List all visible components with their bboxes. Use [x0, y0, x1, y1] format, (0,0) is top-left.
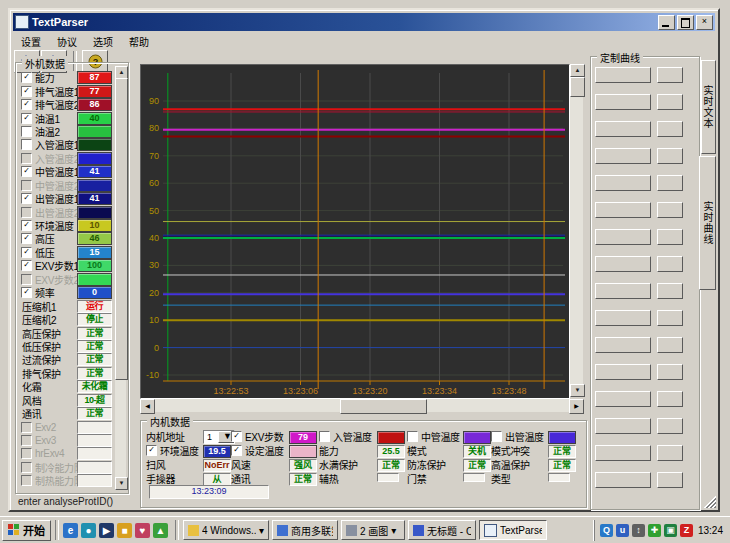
scroll-right-icon[interactable]: ▶: [569, 399, 584, 414]
checkbox-入管温度2[interactable]: [21, 153, 32, 164]
checkbox-低压[interactable]: ✓: [21, 247, 32, 258]
im-tray-icon[interactable]: Q: [600, 524, 613, 537]
checkbox-中管温度2[interactable]: [21, 180, 32, 191]
custom-curve-value-button[interactable]: [657, 229, 683, 245]
menu-protocol[interactable]: 协议: [50, 33, 84, 48]
custom-curve-button[interactable]: [595, 121, 651, 137]
custom-curve-button[interactable]: [595, 202, 651, 218]
restore-button[interactable]: [677, 15, 694, 30]
checkbox-频率[interactable]: ✓: [21, 287, 32, 298]
custom-curve-value-button[interactable]: [657, 337, 683, 353]
custom-curve-button[interactable]: [595, 391, 651, 407]
custom-curve-value-button[interactable]: [657, 310, 683, 326]
checkbox-油温1[interactable]: ✓: [21, 113, 32, 124]
checkbox-环境温度[interactable]: ✓: [146, 445, 157, 456]
scrollbar-thumb[interactable]: [570, 77, 585, 97]
tab-realtime-curve[interactable]: 实时曲线: [699, 156, 716, 290]
menu-help[interactable]: 帮助: [122, 33, 156, 48]
mail-icon[interactable]: ♥: [135, 523, 150, 538]
taskbar-button-4[interactable]: 无标题 - C...: [408, 520, 476, 540]
chevron-down-icon[interactable]: ▾: [259, 525, 264, 536]
checkbox-Exv3[interactable]: [21, 435, 32, 446]
taskbar-button-5[interactable]: TextParser: [479, 520, 547, 540]
custom-curve-button[interactable]: [595, 229, 651, 245]
tab-realtime-text[interactable]: 实时文本: [701, 60, 716, 154]
custom-curve-button[interactable]: [595, 175, 651, 191]
custom-curve-value-button[interactable]: [657, 418, 683, 434]
chart-vertical-scrollbar[interactable]: ▲ ▼: [570, 64, 583, 397]
custom-curve-value-button[interactable]: [657, 445, 683, 461]
close-button[interactable]: ×: [696, 15, 713, 30]
custom-curve-button[interactable]: [595, 418, 651, 434]
custom-curve-button[interactable]: [595, 310, 651, 326]
checkbox-油温2[interactable]: [21, 126, 32, 137]
chevron-down-icon[interactable]: ▾: [391, 525, 396, 536]
custom-curve-button[interactable]: [595, 67, 651, 83]
checkbox-中管温度[interactable]: [407, 431, 418, 442]
scroll-down-icon[interactable]: ▼: [570, 384, 585, 397]
notes-icon[interactable]: ■: [117, 523, 132, 538]
custom-curve-value-button[interactable]: [657, 121, 683, 137]
checkbox-EXV步数[interactable]: ✓: [231, 431, 242, 442]
custom-curve-button[interactable]: [595, 445, 651, 461]
custom-curve-value-button[interactable]: [657, 364, 683, 380]
arrows-tray-icon[interactable]: ↕: [632, 524, 645, 537]
menu-settings[interactable]: 设置: [14, 33, 48, 48]
checkbox-排气温度2[interactable]: ✓: [21, 99, 32, 110]
update-tray-icon[interactable]: u: [616, 524, 629, 537]
monitor-tray-icon[interactable]: ▣: [664, 524, 677, 537]
taskbar-button-3[interactable]: 2 画图▾: [341, 520, 405, 540]
custom-curve-value-button[interactable]: [657, 391, 683, 407]
scroll-up-icon[interactable]: ▲: [570, 64, 585, 77]
checkbox-中管温度1[interactable]: ✓: [21, 166, 32, 177]
custom-curve-button[interactable]: [595, 337, 651, 353]
custom-curve-button[interactable]: [595, 148, 651, 164]
custom-curve-value-button[interactable]: [657, 256, 683, 272]
checkbox-入管温度[interactable]: [319, 431, 330, 442]
ie-icon[interactable]: e: [63, 523, 78, 538]
taskbar-button-2[interactable]: 商用多联第...: [272, 520, 338, 540]
custom-curve-button[interactable]: [595, 94, 651, 110]
custom-curve-value-button[interactable]: [657, 202, 683, 218]
checkbox-入管温度1[interactable]: [21, 139, 32, 150]
checkbox-出管温度1[interactable]: ✓: [21, 193, 32, 204]
checkbox-Exv2[interactable]: [21, 422, 32, 433]
checkbox-设定温度[interactable]: ✓: [231, 445, 242, 456]
scrollbar-thumb[interactable]: [340, 399, 427, 414]
checkbox-EXV步数2[interactable]: [21, 274, 32, 285]
menu-options[interactable]: 选项: [86, 33, 120, 48]
custom-curve-value-button[interactable]: [657, 148, 683, 164]
realtime-chart[interactable]: 9080706050403020100-1013:22:5313:23:0613…: [140, 64, 570, 399]
resize-grip[interactable]: [704, 496, 716, 508]
outdoor-scrollbar[interactable]: ▲ ▼: [115, 66, 126, 490]
scrollbar-thumb[interactable]: [115, 78, 128, 380]
checkbox-制冷能力限1[interactable]: [21, 462, 32, 473]
antivirus-icon[interactable]: ▲: [153, 523, 168, 538]
custom-curve-value-button[interactable]: [657, 67, 683, 83]
antivirus-tray-icon[interactable]: ✚: [648, 524, 661, 537]
checkbox-高压[interactable]: ✓: [21, 233, 32, 244]
start-button[interactable]: 开始: [2, 520, 51, 541]
checkbox-排气温度1[interactable]: ✓: [21, 86, 32, 97]
lightning-tray-icon[interactable]: Z: [680, 524, 693, 537]
checkbox-出管温度2[interactable]: [21, 207, 32, 218]
custom-curve-value-button[interactable]: [657, 175, 683, 191]
scroll-down-icon[interactable]: ▼: [115, 477, 128, 490]
chart-horizontal-scrollbar[interactable]: ◀ ▶: [140, 399, 584, 412]
custom-curve-value-button[interactable]: [657, 283, 683, 299]
checkbox-出管温度[interactable]: [491, 431, 502, 442]
custom-curve-button[interactable]: [595, 364, 651, 380]
minimize-button[interactable]: [658, 15, 675, 30]
scroll-left-icon[interactable]: ◀: [140, 399, 155, 414]
checkbox-制热能力限2[interactable]: [21, 475, 32, 486]
custom-curve-value-button[interactable]: [657, 472, 683, 488]
custom-curve-button[interactable]: [595, 256, 651, 272]
checkbox-hrExv4[interactable]: [21, 448, 32, 459]
media-player-icon[interactable]: ▶: [99, 523, 114, 538]
custom-curve-button[interactable]: [595, 283, 651, 299]
checkbox-能力[interactable]: ✓: [21, 72, 32, 83]
checkbox-环境温度[interactable]: ✓: [21, 220, 32, 231]
custom-curve-value-button[interactable]: [657, 94, 683, 110]
taskbar-button-1[interactable]: 4 Windows...▾: [183, 520, 269, 540]
checkbox-EXV步数1[interactable]: ✓: [21, 260, 32, 271]
